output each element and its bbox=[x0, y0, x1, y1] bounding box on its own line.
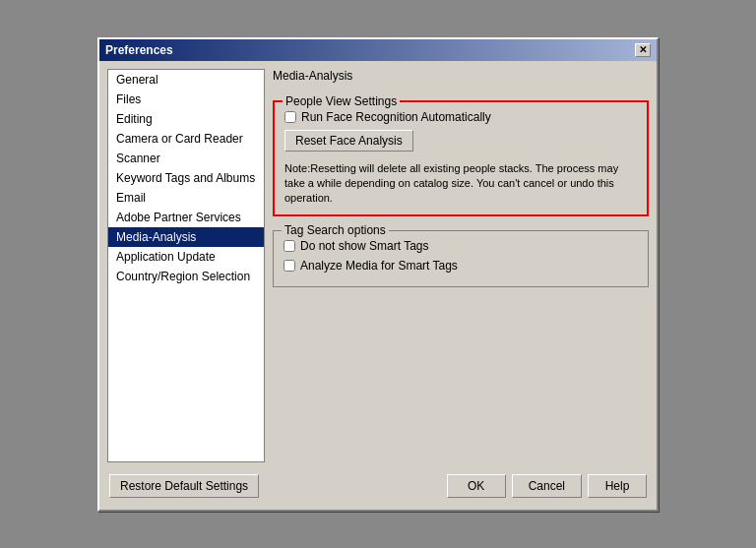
reset-face-analysis-button[interactable]: Reset Face Analysis bbox=[284, 130, 413, 152]
content-area: GeneralFilesEditingCamera or Card Reader… bbox=[107, 69, 649, 462]
restore-defaults-button[interactable]: Restore Default Settings bbox=[109, 474, 259, 498]
note-text: Note:Resetting will delete all existing … bbox=[284, 161, 637, 207]
preferences-dialog: Preferences ✕ GeneralFilesEditingCamera … bbox=[97, 37, 659, 512]
smart-tags-row: Do not show Smart Tags bbox=[284, 239, 638, 253]
sidebar-item-camera[interactable]: Camera or Card Reader bbox=[108, 129, 264, 149]
sidebar: GeneralFilesEditingCamera or Card Reader… bbox=[107, 69, 265, 462]
face-recognition-row: Run Face Recognition Automatically bbox=[284, 110, 637, 124]
tag-search-group: Tag Search options Do not show Smart Tag… bbox=[273, 230, 649, 287]
smart-tags-checkbox[interactable] bbox=[284, 240, 295, 252]
sidebar-item-media[interactable]: Media-Analysis bbox=[108, 227, 264, 247]
footer: Restore Default Settings OK Cancel Help bbox=[107, 470, 649, 502]
tag-search-label: Tag Search options bbox=[282, 223, 389, 237]
section-label: Media-Analysis bbox=[273, 69, 649, 83]
people-group-label: People View Settings bbox=[283, 94, 400, 108]
cancel-button[interactable]: Cancel bbox=[512, 474, 582, 498]
smart-tags-label: Do not show Smart Tags bbox=[300, 239, 429, 253]
title-bar: Preferences ✕ bbox=[99, 39, 657, 61]
footer-right: OK Cancel Help bbox=[447, 474, 647, 498]
analyze-media-row: Analyze Media for Smart Tags bbox=[284, 259, 638, 273]
analyze-media-checkbox[interactable] bbox=[284, 260, 295, 272]
dialog-body: GeneralFilesEditingCamera or Card Reader… bbox=[99, 61, 657, 510]
people-view-group: People View Settings Run Face Recognitio… bbox=[273, 100, 649, 216]
sidebar-item-general[interactable]: General bbox=[108, 70, 264, 90]
sidebar-item-scanner[interactable]: Scanner bbox=[108, 149, 264, 168]
face-recognition-label: Run Face Recognition Automatically bbox=[301, 110, 491, 124]
dialog-title: Preferences bbox=[105, 43, 173, 57]
analyze-media-label: Analyze Media for Smart Tags bbox=[300, 259, 458, 273]
sidebar-item-appupdate[interactable]: Application Update bbox=[108, 247, 264, 267]
sidebar-item-files[interactable]: Files bbox=[108, 90, 264, 109]
ok-button[interactable]: OK bbox=[447, 474, 506, 498]
sidebar-item-country[interactable]: Country/Region Selection bbox=[108, 267, 264, 286]
sidebar-item-adobe[interactable]: Adobe Partner Services bbox=[108, 208, 264, 227]
sidebar-item-keyword[interactable]: Keyword Tags and Albums bbox=[108, 168, 264, 188]
main-panel: Media-Analysis People View Settings Run … bbox=[273, 69, 649, 462]
close-button[interactable]: ✕ bbox=[635, 43, 651, 57]
help-button[interactable]: Help bbox=[588, 474, 647, 498]
sidebar-item-email[interactable]: Email bbox=[108, 188, 264, 208]
face-recognition-checkbox[interactable] bbox=[284, 111, 296, 123]
sidebar-item-editing[interactable]: Editing bbox=[108, 109, 264, 129]
